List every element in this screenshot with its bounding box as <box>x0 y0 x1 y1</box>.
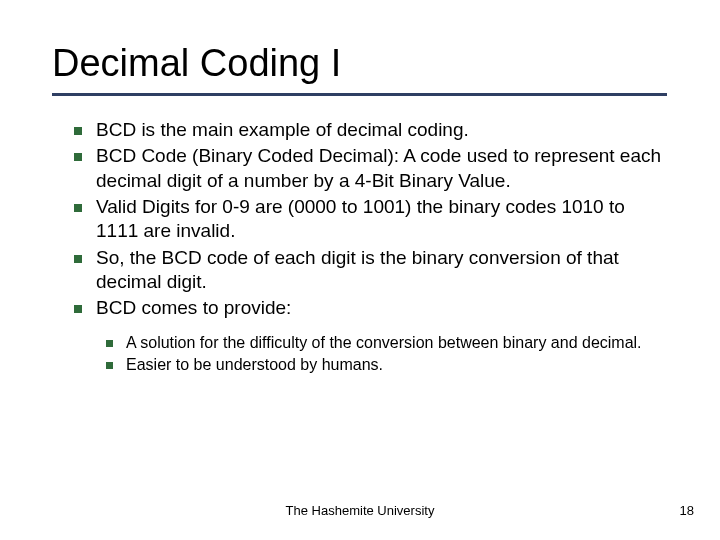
bullet-item: Valid Digits for 0-9 are (0000 to 1001) … <box>74 195 668 244</box>
sub-bullet-item: A solution for the difficulty of the con… <box>106 333 668 353</box>
bullet-item: BCD Code (Binary Coded Decimal): A code … <box>74 144 668 193</box>
sub-bullet-list: A solution for the difficulty of the con… <box>52 333 668 376</box>
page-number: 18 <box>680 503 694 518</box>
bullet-item: BCD is the main example of decimal codin… <box>74 118 668 142</box>
footer-center: The Hashemite University <box>0 503 720 518</box>
sub-bullet-item: Easier to be understood by humans. <box>106 355 668 375</box>
slide: Decimal Coding I BCD is the main example… <box>0 0 720 540</box>
title-rule <box>52 93 667 96</box>
title-block: Decimal Coding I <box>52 42 668 96</box>
bullet-item: So, the BCD code of each digit is the bi… <box>74 246 668 295</box>
slide-title: Decimal Coding I <box>52 42 668 85</box>
bullet-list: BCD is the main example of decimal codin… <box>52 118 668 321</box>
bullet-item: BCD comes to provide: <box>74 296 668 320</box>
